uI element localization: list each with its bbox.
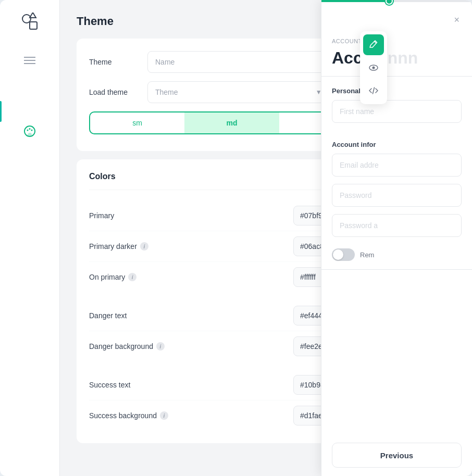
account-info-section-label: Account infor [321, 130, 472, 154]
edit-button[interactable] [363, 34, 384, 55]
right-panel: × Account infor Accou nnn Personal info … [321, 0, 472, 476]
theme-name-label: Theme [89, 58, 141, 66]
theme-select[interactable]: Theme [147, 81, 328, 103]
password-again-field[interactable] [332, 214, 462, 237]
success-bg-info-icon[interactable]: i [160, 411, 168, 420]
size-tab-md[interactable]: md [184, 112, 279, 133]
logo [20, 12, 39, 31]
email-field[interactable] [332, 154, 462, 177]
primary-darker-label: Primary darker i [89, 242, 293, 250]
palette-icon[interactable] [23, 125, 36, 137]
right-panel-footer: Previous [321, 434, 472, 476]
svg-rect-1 [30, 22, 37, 29]
svg-point-7 [27, 130, 29, 131]
danger-bg-label: Danger background i [89, 342, 293, 350]
menu-icon[interactable] [23, 54, 36, 67]
progress-bar [321, 0, 472, 2]
right-panel-header: × [321, 2, 472, 28]
svg-point-11 [372, 67, 375, 69]
svg-marker-2 [30, 12, 36, 18]
svg-line-12 [373, 87, 375, 94]
password-field[interactable] [332, 184, 462, 207]
first-name-field[interactable] [332, 100, 462, 123]
previous-button[interactable]: Previous [332, 443, 462, 468]
theme-name-input[interactable] [147, 51, 328, 73]
success-text-label: Success text [89, 381, 293, 389]
load-theme-label: Load theme [89, 88, 141, 96]
primary-label: Primary [89, 211, 293, 220]
svg-point-0 [22, 15, 31, 23]
primary-darker-info-icon[interactable]: i [140, 242, 148, 250]
right-panel-title: Accou nnn [321, 44, 472, 77]
remember-me-label: Rem [360, 251, 374, 259]
sidebar [0, 0, 60, 476]
code-button[interactable] [363, 80, 384, 101]
size-tab-sm[interactable]: sm [90, 112, 184, 133]
danger-bg-info-icon[interactable]: i [156, 342, 165, 350]
personal-info-section-label: Personal info [321, 77, 472, 100]
toolbar-popup [360, 31, 387, 104]
theme-select-wrapper: Theme ▼ [147, 81, 328, 103]
remember-me-row: Rem [321, 244, 472, 270]
toggle-knob [333, 249, 343, 260]
success-bg-label: Success background i [89, 411, 293, 420]
close-button[interactable]: × [452, 12, 462, 28]
sidebar-active-indicator [0, 101, 2, 122]
svg-point-9 [31, 130, 33, 131]
colors-title: Colors [89, 172, 116, 181]
svg-point-8 [29, 128, 31, 130]
danger-text-label: Danger text [89, 311, 293, 320]
remember-me-toggle[interactable] [332, 248, 355, 261]
progress-fill [321, 0, 389, 2]
preview-button[interactable] [363, 57, 384, 78]
on-primary-label: On primary i [89, 273, 293, 281]
breadcrumb: Account infor [321, 28, 472, 44]
on-primary-info-icon[interactable]: i [128, 273, 136, 281]
